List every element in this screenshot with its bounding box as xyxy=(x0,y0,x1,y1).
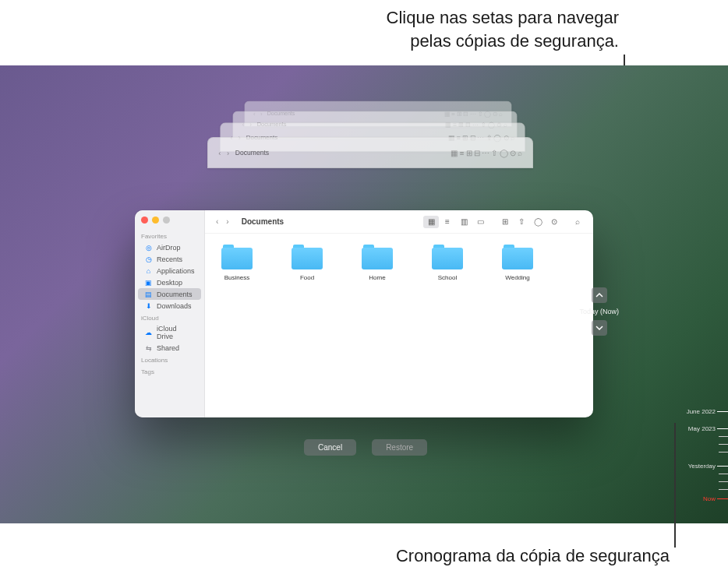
callout-bottom-timeline: Cronograma da cópia de segurança xyxy=(396,546,670,566)
folder-label: School xyxy=(438,274,457,281)
time-machine-desktop: ‹ › Documents ▦ ≡ ⊞ ⊟ ⋯ ⇧ ◯ ⊙ ⌕ ‹ › Docu… xyxy=(0,65,728,523)
folder-wedding[interactable]: Wedding xyxy=(495,245,540,281)
finder-main-pane: ‹ › Documents ▦ ≡ ▥ ▭ ⊞ ⇧ ◯ ⊙ ⌕ xyxy=(205,210,593,417)
backup-timeline[interactable]: June 2022 May 2023 Yesterday Now xyxy=(673,408,728,517)
folder-icon xyxy=(502,245,533,269)
callout-leader-line xyxy=(674,423,676,548)
finder-toolbar: ‹ › Documents ▦ ≡ ▥ ▭ ⊞ ⇧ ◯ ⊙ ⌕ xyxy=(205,210,593,234)
chevron-up-icon xyxy=(595,291,603,299)
sidebar-item-label: Recents xyxy=(157,255,182,263)
sidebar-item-icloud-drive[interactable]: ☁ iCloud Drive xyxy=(138,323,201,342)
timeline-tick xyxy=(717,466,728,467)
folder-label: Business xyxy=(224,274,249,281)
sidebar-item-label: iCloud Drive xyxy=(157,325,195,340)
group-by-button[interactable]: ⊞ xyxy=(497,216,513,228)
sidebar-item-desktop[interactable]: ▣ Desktop xyxy=(138,276,201,288)
timeline-label: May 2023 xyxy=(688,425,716,432)
sidebar-item-label: Documents xyxy=(157,291,193,298)
gallery-view-button[interactable]: ▭ xyxy=(472,216,488,228)
document-icon: ▤ xyxy=(144,290,153,298)
callout-text: pelas cópias de segurança. xyxy=(387,30,619,53)
airdrop-icon: ◎ xyxy=(144,243,153,252)
folder-business[interactable]: Business xyxy=(214,245,260,281)
cloud-icon: ☁ xyxy=(144,329,153,337)
timeline-tick xyxy=(719,481,728,482)
column-view-button[interactable]: ▥ xyxy=(456,216,472,228)
desktop-icon: ▣ xyxy=(144,278,153,287)
view-buttons: ▦ ≡ ▥ ▭ xyxy=(422,214,489,230)
minimize-icon[interactable] xyxy=(152,217,159,224)
folder-icon xyxy=(221,245,253,269)
restore-button[interactable]: Restore xyxy=(372,439,427,456)
timeline-tick xyxy=(719,452,728,453)
timeline-tick xyxy=(719,436,728,437)
nav-down-arrow[interactable] xyxy=(592,320,607,336)
chevron-down-icon xyxy=(595,324,603,332)
list-view-button[interactable]: ≡ xyxy=(440,216,455,228)
folder-icon xyxy=(432,245,463,269)
sidebar-item-label: Downloads xyxy=(157,302,192,310)
folder-label: Wedding xyxy=(505,274,529,281)
folder-label: Home xyxy=(369,274,385,281)
window-traffic-lights xyxy=(135,217,204,230)
shared-icon: ⇆ xyxy=(144,343,153,352)
finder-window: Favorites ◎ AirDrop ◷ Recents ⌂ Applicat… xyxy=(135,210,593,417)
sidebar-item-label: Applications xyxy=(157,267,195,275)
chevron-left-icon: ‹ xyxy=(218,149,221,157)
folder-home[interactable]: Home xyxy=(355,245,400,281)
timeline-tick xyxy=(717,428,728,429)
sidebar-header-tags: Tags xyxy=(135,365,204,377)
ghost-toolbar-icons: ▦ ≡ ⊞ ⊟ ⋯ ⇧ ◯ ⊙ ⌕ xyxy=(451,149,521,157)
sidebar-header-locations: Locations xyxy=(135,354,204,365)
sidebar-item-airdrop[interactable]: ◎ AirDrop xyxy=(138,241,201,253)
backup-nav-arrows: Today (Now) xyxy=(579,287,619,336)
finder-content[interactable]: Business Food Home School Wedding xyxy=(205,234,593,417)
timeline-tick-now xyxy=(717,498,728,499)
nav-back-button[interactable]: ‹ xyxy=(213,216,221,227)
folder-label: Food xyxy=(300,274,314,281)
apps-icon: ⌂ xyxy=(144,266,153,275)
callout-top-arrows: Clique nas setas para navegar pelas cópi… xyxy=(387,6,619,52)
sidebar-item-shared[interactable]: ⇆ Shared xyxy=(138,342,201,354)
timeline-tick xyxy=(719,489,728,490)
dialog-actions: Cancel Restore xyxy=(304,439,427,456)
timeline-tick xyxy=(717,411,728,412)
timeline-tick xyxy=(719,474,728,474)
sidebar-header-favorites: Favorites xyxy=(135,230,204,241)
timeline-label: Yesterday xyxy=(688,463,716,470)
folder-school[interactable]: School xyxy=(425,245,470,281)
zoom-icon[interactable] xyxy=(163,217,170,224)
timeline-label-now: Now xyxy=(703,495,716,502)
share-button[interactable]: ⇧ xyxy=(514,216,529,228)
nav-forward-button[interactable]: › xyxy=(223,216,231,227)
sidebar-header-icloud: iCloud xyxy=(135,312,204,323)
clock-icon: ◷ xyxy=(144,255,153,263)
callout-text: Clique nas setas para navegar xyxy=(387,6,619,30)
sidebar-item-downloads[interactable]: ⬇ Downloads xyxy=(138,300,201,312)
search-button[interactable]: ⌕ xyxy=(570,216,585,228)
finder-sidebar: Favorites ◎ AirDrop ◷ Recents ⌂ Applicat… xyxy=(135,210,205,417)
ghost-window: ‹ › Documents ▦ ≡ ⊞ ⊟ ⋯ ⇧ ◯ ⊙ ⌕ xyxy=(207,137,533,168)
close-icon[interactable] xyxy=(141,217,148,224)
window-title: Documents xyxy=(242,217,284,226)
chevron-right-icon: › xyxy=(227,149,229,157)
sidebar-item-recents[interactable]: ◷ Recents xyxy=(138,253,201,265)
folder-food[interactable]: Food xyxy=(284,245,330,281)
more-button[interactable]: ⊙ xyxy=(546,216,562,228)
download-icon: ⬇ xyxy=(144,301,153,310)
sidebar-item-label: Desktop xyxy=(157,279,182,287)
nav-up-arrow[interactable] xyxy=(592,287,607,303)
timeline-tick xyxy=(719,444,728,445)
sidebar-item-label: Shared xyxy=(157,344,179,352)
callout-text: Cronograma da cópia de segurança xyxy=(396,546,670,565)
timeline-label: June 2022 xyxy=(687,408,716,415)
sidebar-item-applications[interactable]: ⌂ Applications xyxy=(138,265,201,276)
icon-view-button[interactable]: ▦ xyxy=(423,216,439,228)
folder-icon xyxy=(292,245,323,269)
current-backup-label: Today (Now) xyxy=(579,308,619,315)
cancel-button[interactable]: Cancel xyxy=(304,439,356,456)
sidebar-item-documents[interactable]: ▤ Documents xyxy=(138,288,201,300)
tag-button[interactable]: ◯ xyxy=(530,216,546,228)
action-buttons: ⊞ ⇧ ◯ ⊙ xyxy=(496,214,564,230)
sidebar-item-label: AirDrop xyxy=(157,244,181,252)
